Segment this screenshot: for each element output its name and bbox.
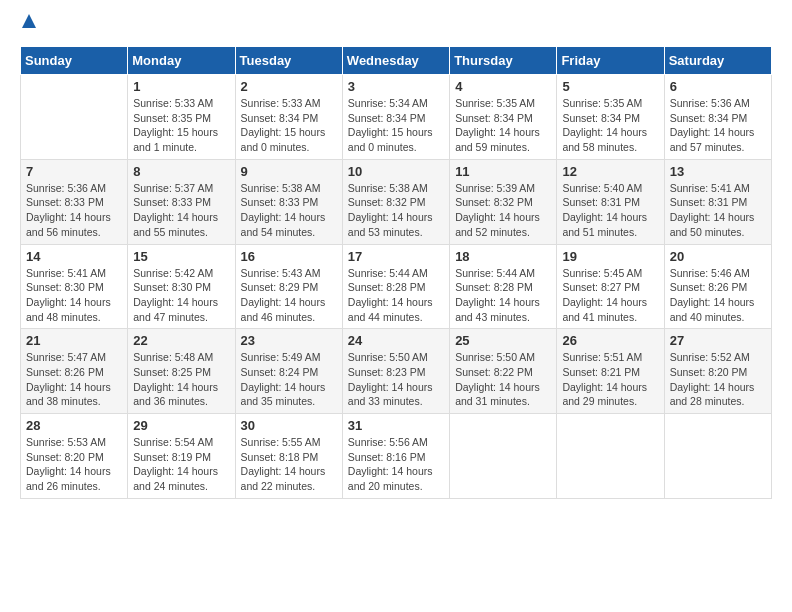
calendar-cell: 1Sunrise: 5:33 AM Sunset: 8:35 PM Daylig… [128,75,235,160]
logo [20,16,38,38]
day-info: Sunrise: 5:47 AM Sunset: 8:26 PM Dayligh… [26,350,122,409]
header-day-tuesday: Tuesday [235,47,342,75]
day-info: Sunrise: 5:34 AM Sunset: 8:34 PM Dayligh… [348,96,444,155]
calendar-table: SundayMondayTuesdayWednesdayThursdayFrid… [20,46,772,499]
day-number: 10 [348,164,444,179]
calendar-cell: 3Sunrise: 5:34 AM Sunset: 8:34 PM Daylig… [342,75,449,160]
day-number: 13 [670,164,766,179]
header-day-thursday: Thursday [450,47,557,75]
header-day-friday: Friday [557,47,664,75]
header [20,16,772,38]
day-info: Sunrise: 5:53 AM Sunset: 8:20 PM Dayligh… [26,435,122,494]
header-row: SundayMondayTuesdayWednesdayThursdayFrid… [21,47,772,75]
calendar-cell: 22Sunrise: 5:48 AM Sunset: 8:25 PM Dayli… [128,329,235,414]
day-number: 11 [455,164,551,179]
day-info: Sunrise: 5:50 AM Sunset: 8:22 PM Dayligh… [455,350,551,409]
calendar-cell: 20Sunrise: 5:46 AM Sunset: 8:26 PM Dayli… [664,244,771,329]
day-number: 27 [670,333,766,348]
week-row-2: 7Sunrise: 5:36 AM Sunset: 8:33 PM Daylig… [21,159,772,244]
calendar-cell: 8Sunrise: 5:37 AM Sunset: 8:33 PM Daylig… [128,159,235,244]
day-number: 30 [241,418,337,433]
day-info: Sunrise: 5:44 AM Sunset: 8:28 PM Dayligh… [455,266,551,325]
day-info: Sunrise: 5:55 AM Sunset: 8:18 PM Dayligh… [241,435,337,494]
day-number: 1 [133,79,229,94]
day-number: 2 [241,79,337,94]
day-number: 23 [241,333,337,348]
calendar-cell: 10Sunrise: 5:38 AM Sunset: 8:32 PM Dayli… [342,159,449,244]
header-day-wednesday: Wednesday [342,47,449,75]
day-number: 29 [133,418,229,433]
calendar-cell: 11Sunrise: 5:39 AM Sunset: 8:32 PM Dayli… [450,159,557,244]
week-row-3: 14Sunrise: 5:41 AM Sunset: 8:30 PM Dayli… [21,244,772,329]
day-info: Sunrise: 5:35 AM Sunset: 8:34 PM Dayligh… [562,96,658,155]
calendar-cell [450,414,557,499]
day-number: 28 [26,418,122,433]
calendar-cell: 24Sunrise: 5:50 AM Sunset: 8:23 PM Dayli… [342,329,449,414]
day-number: 7 [26,164,122,179]
day-info: Sunrise: 5:52 AM Sunset: 8:20 PM Dayligh… [670,350,766,409]
day-info: Sunrise: 5:49 AM Sunset: 8:24 PM Dayligh… [241,350,337,409]
calendar-cell: 25Sunrise: 5:50 AM Sunset: 8:22 PM Dayli… [450,329,557,414]
day-info: Sunrise: 5:50 AM Sunset: 8:23 PM Dayligh… [348,350,444,409]
day-number: 16 [241,249,337,264]
calendar-cell [21,75,128,160]
day-number: 14 [26,249,122,264]
calendar-cell: 28Sunrise: 5:53 AM Sunset: 8:20 PM Dayli… [21,414,128,499]
day-number: 19 [562,249,658,264]
day-number: 5 [562,79,658,94]
day-number: 9 [241,164,337,179]
calendar-cell [557,414,664,499]
calendar-cell: 2Sunrise: 5:33 AM Sunset: 8:34 PM Daylig… [235,75,342,160]
calendar-cell: 6Sunrise: 5:36 AM Sunset: 8:34 PM Daylig… [664,75,771,160]
header-day-sunday: Sunday [21,47,128,75]
calendar-cell: 23Sunrise: 5:49 AM Sunset: 8:24 PM Dayli… [235,329,342,414]
week-row-5: 28Sunrise: 5:53 AM Sunset: 8:20 PM Dayli… [21,414,772,499]
header-day-monday: Monday [128,47,235,75]
calendar-cell: 14Sunrise: 5:41 AM Sunset: 8:30 PM Dayli… [21,244,128,329]
day-number: 21 [26,333,122,348]
day-info: Sunrise: 5:56 AM Sunset: 8:16 PM Dayligh… [348,435,444,494]
day-number: 4 [455,79,551,94]
day-info: Sunrise: 5:37 AM Sunset: 8:33 PM Dayligh… [133,181,229,240]
day-number: 24 [348,333,444,348]
day-number: 15 [133,249,229,264]
day-number: 22 [133,333,229,348]
day-info: Sunrise: 5:46 AM Sunset: 8:26 PM Dayligh… [670,266,766,325]
day-number: 18 [455,249,551,264]
calendar-cell: 30Sunrise: 5:55 AM Sunset: 8:18 PM Dayli… [235,414,342,499]
day-info: Sunrise: 5:48 AM Sunset: 8:25 PM Dayligh… [133,350,229,409]
day-number: 20 [670,249,766,264]
day-info: Sunrise: 5:42 AM Sunset: 8:30 PM Dayligh… [133,266,229,325]
day-info: Sunrise: 5:33 AM Sunset: 8:35 PM Dayligh… [133,96,229,155]
calendar-cell [664,414,771,499]
day-info: Sunrise: 5:41 AM Sunset: 8:30 PM Dayligh… [26,266,122,325]
calendar-cell: 12Sunrise: 5:40 AM Sunset: 8:31 PM Dayli… [557,159,664,244]
calendar-cell: 29Sunrise: 5:54 AM Sunset: 8:19 PM Dayli… [128,414,235,499]
day-number: 8 [133,164,229,179]
day-number: 12 [562,164,658,179]
calendar-cell: 21Sunrise: 5:47 AM Sunset: 8:26 PM Dayli… [21,329,128,414]
calendar-cell: 19Sunrise: 5:45 AM Sunset: 8:27 PM Dayli… [557,244,664,329]
day-info: Sunrise: 5:40 AM Sunset: 8:31 PM Dayligh… [562,181,658,240]
day-number: 6 [670,79,766,94]
day-info: Sunrise: 5:33 AM Sunset: 8:34 PM Dayligh… [241,96,337,155]
calendar-cell: 13Sunrise: 5:41 AM Sunset: 8:31 PM Dayli… [664,159,771,244]
calendar-cell: 4Sunrise: 5:35 AM Sunset: 8:34 PM Daylig… [450,75,557,160]
calendar-cell: 5Sunrise: 5:35 AM Sunset: 8:34 PM Daylig… [557,75,664,160]
calendar-cell: 9Sunrise: 5:38 AM Sunset: 8:33 PM Daylig… [235,159,342,244]
calendar-cell: 31Sunrise: 5:56 AM Sunset: 8:16 PM Dayli… [342,414,449,499]
day-number: 17 [348,249,444,264]
calendar-cell: 26Sunrise: 5:51 AM Sunset: 8:21 PM Dayli… [557,329,664,414]
calendar-cell: 27Sunrise: 5:52 AM Sunset: 8:20 PM Dayli… [664,329,771,414]
header-day-saturday: Saturday [664,47,771,75]
day-number: 25 [455,333,551,348]
day-info: Sunrise: 5:51 AM Sunset: 8:21 PM Dayligh… [562,350,658,409]
calendar-cell: 7Sunrise: 5:36 AM Sunset: 8:33 PM Daylig… [21,159,128,244]
day-info: Sunrise: 5:38 AM Sunset: 8:33 PM Dayligh… [241,181,337,240]
day-info: Sunrise: 5:43 AM Sunset: 8:29 PM Dayligh… [241,266,337,325]
logo-triangle-icon [20,12,38,34]
day-info: Sunrise: 5:38 AM Sunset: 8:32 PM Dayligh… [348,181,444,240]
day-info: Sunrise: 5:41 AM Sunset: 8:31 PM Dayligh… [670,181,766,240]
day-info: Sunrise: 5:36 AM Sunset: 8:34 PM Dayligh… [670,96,766,155]
day-info: Sunrise: 5:45 AM Sunset: 8:27 PM Dayligh… [562,266,658,325]
